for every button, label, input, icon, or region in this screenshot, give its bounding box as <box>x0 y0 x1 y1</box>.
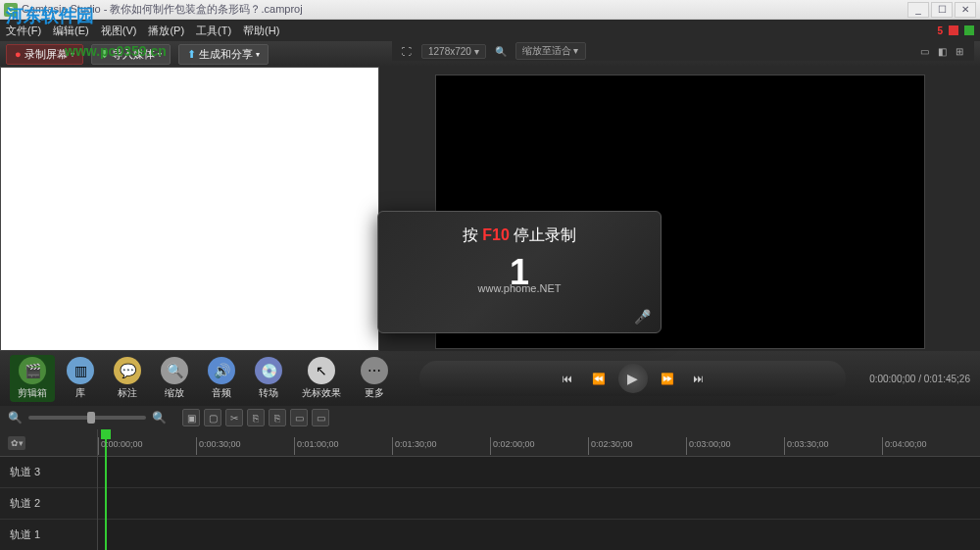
track-labels: ✿▾ 轨道 3 轨道 2 轨道 1 <box>0 429 98 550</box>
tool-库[interactable]: ▥库 <box>59 355 102 402</box>
ruler-tick: 0:00:00;00 <box>98 437 143 455</box>
tool-icon: 🔍 <box>161 357 188 384</box>
preview-toolbar: ⛶ 1278x720 ▾ 🔍 缩放至适合 ▾ ▭ ◧ ⊞ <box>392 41 974 61</box>
track-3[interactable] <box>98 457 980 488</box>
ruler-tick: 0:04:00;00 <box>882 437 927 455</box>
playback-controls: ⏮ ⏪ ▶ ⏩ ⏭ <box>419 361 846 396</box>
time-display: 0:00:00;00 / 0:01:45;26 <box>869 374 970 384</box>
titlebar: C Camtasia Studio - 教你如何制作包装盒的条形码？.campr… <box>0 0 980 20</box>
track-label-2[interactable]: 轨道 2 <box>0 488 97 520</box>
edit-button-6[interactable]: ▭ <box>312 409 329 426</box>
dimensions-label: 1278x720 <box>428 46 471 57</box>
zoom-slider[interactable] <box>28 416 146 420</box>
tool-label: 剪辑箱 <box>18 386 47 400</box>
tool-转场[interactable]: 💿转场 <box>247 355 290 402</box>
track-area[interactable]: 0:00:00;000:00:30;000:01:00;000:01:30;00… <box>98 429 980 550</box>
next-button[interactable]: ⏭ <box>687 367 710 390</box>
edit-button-4[interactable]: ⎘ <box>269 409 286 426</box>
edit-button-1[interactable]: ▢ <box>204 409 221 426</box>
track-2[interactable] <box>98 488 980 520</box>
dropdown-icon: ▾ <box>256 50 260 59</box>
flag-icon[interactable] <box>949 25 958 35</box>
preview-option-1-icon[interactable]: ▭ <box>917 44 931 58</box>
tool-缩放[interactable]: 🔍缩放 <box>153 355 196 402</box>
produce-share-button[interactable]: ⬆ 生成和分享 ▾ <box>178 44 269 65</box>
edit-button-5[interactable]: ▭ <box>290 409 308 426</box>
tool-label: 库 <box>75 386 85 400</box>
tool-标注[interactable]: 💬标注 <box>106 355 149 402</box>
counter-label: 5 <box>937 25 943 36</box>
tool-icon: ▥ <box>67 357 94 384</box>
tool-icon: 💿 <box>255 357 282 384</box>
edit-button-3[interactable]: ⎘ <box>247 409 265 426</box>
tool-label: 光标效果 <box>302 386 341 400</box>
popup-message: 按 F10 停止录制 <box>463 225 576 246</box>
zoom-fit-dropdown[interactable]: 缩放至适合 ▾ <box>515 42 586 60</box>
track-head: ✿▾ <box>0 429 97 457</box>
zoom-fit-label: 缩放至适合 <box>522 45 571 56</box>
preview-option-2-icon[interactable]: ◧ <box>935 44 949 58</box>
track-1[interactable] <box>98 520 980 550</box>
zoom-search-icon[interactable]: 🔍 <box>494 44 508 58</box>
preview-option-3-icon[interactable]: ⊞ <box>953 44 966 58</box>
page-watermark-url: www.pc0359.cn <box>65 43 167 59</box>
tool-音频[interactable]: 🔊音频 <box>200 355 243 402</box>
record-label: 录制屏幕 <box>24 47 68 62</box>
tool-剪辑箱[interactable]: 🎬剪辑箱 <box>10 355 55 402</box>
tool-光标效果[interactable]: ↖光标效果 <box>294 355 349 402</box>
ruler-tick: 0:03:30;00 <box>784 437 829 455</box>
zoom-out-icon[interactable]: 🔍 <box>8 411 23 425</box>
rewind-button[interactable]: ⏪ <box>587 367 611 390</box>
ruler-tick: 0:00:30;00 <box>196 437 241 455</box>
hotkey-label: F10 <box>482 226 510 243</box>
produce-label: 生成和分享 <box>199 47 253 62</box>
page-watermark-logo: 河东软件园 <box>6 4 94 27</box>
tool-icon: ↖ <box>308 357 335 384</box>
tool-更多[interactable]: ⋯更多 <box>353 355 396 402</box>
clip-bin[interactable] <box>0 67 379 351</box>
tool-icon: 🔊 <box>208 357 235 384</box>
gear-icon[interactable]: ✿▾ <box>8 436 25 450</box>
window-title: Camtasia Studio - 教你如何制作包装盒的条形码？.camproj <box>22 2 907 17</box>
timeline-ruler[interactable]: 0:00:00;000:00:30;000:01:00;000:01:30;00… <box>98 429 980 457</box>
ruler-tick: 0:01:00;00 <box>294 437 339 455</box>
tool-icon: 💬 <box>114 357 141 384</box>
microphone-icon[interactable]: 🎤 <box>634 309 651 325</box>
edit-button-0[interactable]: ▣ <box>182 409 200 426</box>
menubar: 文件(F) 编辑(E) 视图(V) 播放(P) 工具(T) 帮助(H) 5 <box>0 20 980 41</box>
fullscreen-icon[interactable]: ⛶ <box>400 44 414 58</box>
window-buttons: _ ☐ ✕ <box>907 2 976 18</box>
ruler-tick: 0:03:00;00 <box>686 437 731 455</box>
dimensions-dropdown[interactable]: 1278x720 ▾ <box>421 44 486 59</box>
menu-view[interactable]: 视图(V) <box>101 24 137 38</box>
ruler-tick: 0:01:30;00 <box>392 437 437 455</box>
menu-play[interactable]: 播放(P) <box>148 24 184 38</box>
tool-label: 缩放 <box>165 386 184 400</box>
edit-button-2[interactable]: ✂ <box>225 409 243 426</box>
menu-help[interactable]: 帮助(H) <box>243 24 279 38</box>
zoom-row: 🔍 🔍 ▣▢✂⎘⎘▭▭ <box>0 406 980 429</box>
tool-label: 标注 <box>118 386 137 400</box>
tool-label: 音频 <box>212 386 231 400</box>
minimize-button[interactable]: _ <box>907 2 929 18</box>
track-label-1[interactable]: 轨道 1 <box>0 520 97 550</box>
maximize-button[interactable]: ☐ <box>931 2 953 18</box>
zoom-in-icon[interactable]: 🔍 <box>152 411 167 425</box>
tool-icon: 🎬 <box>19 357 46 384</box>
tool-label: 更多 <box>365 386 384 400</box>
status-icon[interactable] <box>964 25 974 35</box>
timeline: ✿▾ 轨道 3 轨道 2 轨道 1 0:00:00;000:00:30;000:… <box>0 429 980 550</box>
ruler-tick: 0:02:00;00 <box>490 437 535 455</box>
recording-countdown-popup: 按 F10 停止录制 www.phome.NET 1 🎤 <box>377 211 662 333</box>
ruler-tick: 0:02:30;00 <box>588 437 633 455</box>
close-button[interactable]: ✕ <box>955 2 976 18</box>
tool-label: 转场 <box>259 386 278 400</box>
prev-button[interactable]: ⏮ <box>556 367 579 390</box>
countdown-number: 1 <box>510 252 529 293</box>
forward-button[interactable]: ⏩ <box>656 367 679 390</box>
tools-row: 🎬剪辑箱▥库💬标注🔍缩放🔊音频💿转场↖光标效果⋯更多 ⏮ ⏪ ▶ ⏩ ⏭ 0:0… <box>0 351 980 406</box>
track-label-3[interactable]: 轨道 3 <box>0 457 97 488</box>
play-button[interactable]: ▶ <box>618 364 648 393</box>
menu-tools[interactable]: 工具(T) <box>196 24 231 38</box>
zoom-thumb[interactable] <box>87 412 95 424</box>
